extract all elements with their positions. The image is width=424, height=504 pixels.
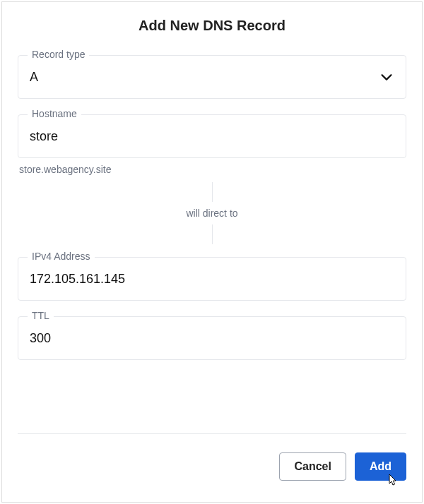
modal-title: Add New DNS Record bbox=[2, 2, 422, 55]
add-dns-record-modal: Add New DNS Record Record type A Hostnam… bbox=[1, 1, 423, 503]
hostname-helper: store.webagency.site bbox=[18, 164, 406, 175]
cancel-button[interactable]: Cancel bbox=[279, 452, 346, 481]
ipv4-input-box[interactable] bbox=[18, 257, 406, 301]
record-type-value: A bbox=[30, 70, 38, 85]
ttl-input-box[interactable] bbox=[18, 316, 406, 360]
modal-content: Record type A Hostname store.webagency.s… bbox=[2, 55, 422, 419]
ipv4-label: IPv4 Address bbox=[28, 251, 95, 262]
add-button[interactable]: Add bbox=[355, 452, 406, 481]
ttl-label: TTL bbox=[28, 310, 54, 321]
divider-line-top bbox=[212, 182, 213, 202]
divider-line-bottom bbox=[212, 224, 213, 244]
divider-text: will direct to bbox=[186, 202, 237, 224]
divider-section: will direct to bbox=[18, 182, 406, 244]
hostname-input[interactable] bbox=[30, 129, 394, 144]
modal-footer: Cancel Add bbox=[18, 433, 406, 502]
hostname-label: Hostname bbox=[28, 108, 81, 119]
record-type-label: Record type bbox=[28, 49, 89, 60]
ipv4-field: IPv4 Address bbox=[18, 257, 406, 301]
ttl-field: TTL bbox=[18, 316, 406, 360]
record-type-field: Record type A bbox=[18, 55, 406, 99]
hostname-field: Hostname bbox=[18, 114, 406, 158]
record-type-select[interactable]: A bbox=[18, 55, 406, 99]
chevron-down-icon bbox=[379, 69, 394, 85]
ipv4-input[interactable] bbox=[30, 272, 394, 287]
ttl-input[interactable] bbox=[30, 331, 394, 346]
hostname-input-box[interactable] bbox=[18, 114, 406, 158]
